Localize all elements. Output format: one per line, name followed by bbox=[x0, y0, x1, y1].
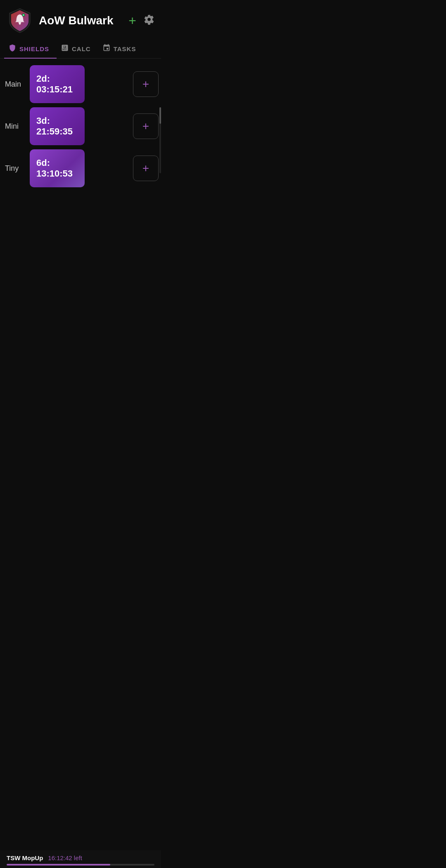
tab-shields[interactable]: SHIELDS bbox=[4, 39, 57, 58]
add-button[interactable]: + bbox=[128, 14, 136, 27]
shield-label-main: Main bbox=[2, 80, 26, 89]
shields-tab-icon bbox=[8, 44, 17, 54]
shield-add-mini-button[interactable]: + bbox=[133, 113, 159, 139]
app-title: AoW Bulwark bbox=[39, 14, 128, 27]
app-logo-icon: ! bbox=[7, 7, 33, 34]
tab-tasks-label: TASKS bbox=[114, 45, 136, 52]
calc-tab-icon bbox=[61, 44, 69, 54]
tab-calc-label: CALC bbox=[72, 45, 91, 52]
shield-timer-main[interactable]: 2d: 03:15:21 bbox=[30, 65, 85, 103]
shield-timer-mini[interactable]: 3d: 21:59:35 bbox=[30, 107, 85, 145]
tab-tasks[interactable]: TASKS bbox=[98, 39, 144, 58]
shield-add-tiny-button[interactable]: + bbox=[133, 156, 159, 181]
header: ! AoW Bulwark + bbox=[0, 0, 161, 39]
scrollbar-track bbox=[159, 107, 161, 173]
shield-timer-tiny[interactable]: 6d: 13:10:53 bbox=[30, 149, 85, 187]
shield-label-tiny: Tiny bbox=[2, 164, 26, 173]
shield-row-mini: Mini 3d: 21:59:35 + bbox=[2, 107, 159, 145]
tab-calc[interactable]: CALC bbox=[57, 39, 98, 58]
scrollbar-thumb bbox=[159, 107, 161, 124]
settings-button[interactable] bbox=[144, 14, 154, 27]
shields-list: Main 2d: 03:15:21 + Mini 3d: 21:59:35 + … bbox=[0, 62, 161, 195]
tab-shields-label: SHIELDS bbox=[19, 45, 49, 52]
shield-label-mini: Mini bbox=[2, 122, 26, 131]
svg-point-1 bbox=[19, 23, 21, 24]
shield-add-main-button[interactable]: + bbox=[133, 71, 159, 97]
tabs-bar: SHIELDS CALC TASKS bbox=[0, 39, 161, 59]
shield-row-main: Main 2d: 03:15:21 + bbox=[2, 65, 159, 103]
shield-row-tiny: Tiny 6d: 13:10:53 + bbox=[2, 149, 159, 187]
tasks-tab-icon bbox=[102, 44, 111, 54]
